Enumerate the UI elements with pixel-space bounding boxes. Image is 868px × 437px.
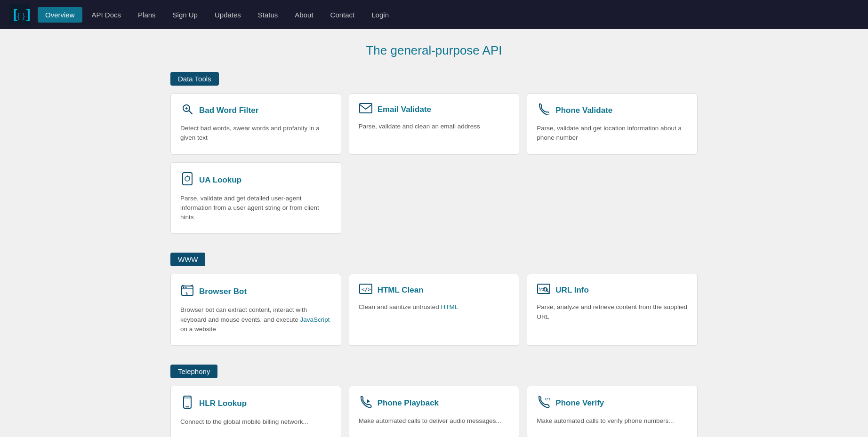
svg-point-16	[185, 287, 187, 288]
card-email-validate[interactable]: Email Validate Parse, validate and clean…	[349, 93, 520, 155]
nav-item-login[interactable]: Login	[364, 7, 396, 23]
cards-grid-data-tools: Bad Word Filter Detect bad words, swear …	[170, 93, 698, 234]
main-content: The general-purpose API Data Tools Bad W…	[152, 29, 716, 437]
card-header-hlr-lookup: HLR Lookup	[180, 396, 331, 412]
card-header-phone-playback: Phone Playback	[359, 396, 510, 411]
card-phone-validate[interactable]: Phone Validate Parse, validate and get l…	[527, 93, 698, 155]
card-desc-email-validate: Parse, validate and clean an email addre…	[359, 122, 510, 131]
section-www: WWW Browser Bot	[170, 253, 698, 346]
card-header-url-info: http:// URL Info	[537, 284, 688, 297]
phone-validate-icon	[537, 103, 551, 118]
bad-word-filter-icon	[180, 103, 194, 118]
card-bad-word-filter[interactable]: Bad Word Filter Detect bad words, swear …	[170, 93, 341, 155]
card-ua-lookup[interactable]: UA Lookup Parse, validate and get detail…	[170, 162, 341, 234]
page-title: The general-purpose API	[170, 43, 698, 58]
email-validate-icon	[359, 103, 373, 116]
card-title-url-info: URL Info	[555, 286, 589, 295]
card-hlr-lookup[interactable]: HLR Lookup Connect to the global mobile …	[170, 386, 341, 437]
url-info-icon: http://	[537, 284, 551, 297]
nav-item-status[interactable]: Status	[250, 7, 286, 23]
card-desc-phone-verify: Make automated calls to verify phone num…	[537, 416, 688, 426]
svg-rect-8	[360, 103, 372, 113]
card-url-info[interactable]: http:// URL Info Parse, analyze and retr…	[527, 274, 698, 346]
card-desc-ua-lookup: Parse, validate and get detailed user-ag…	[180, 194, 331, 222]
card-phone-playback[interactable]: Phone Playback Make automated calls to d…	[349, 386, 520, 437]
cards-grid-telephony: HLR Lookup Connect to the global mobile …	[170, 386, 698, 437]
svg-text:</>: </>	[362, 286, 371, 293]
section-label-www: WWW	[170, 253, 205, 266]
card-desc-phone-validate: Parse, validate and get location informa…	[537, 124, 688, 143]
card-title-phone-verify: Phone Verify	[555, 398, 604, 408]
card-title-browser-bot: Browser Bot	[199, 287, 247, 296]
card-header-phone-verify: 123 Phone Verify	[537, 396, 688, 411]
html-clean-icon: </>	[359, 284, 373, 297]
svg-line-12	[189, 176, 190, 177]
nav-item-api-docs[interactable]: API Docs	[84, 7, 129, 23]
card-title-bad-word-filter: Bad Word Filter	[199, 106, 258, 115]
card-title-phone-playback: Phone Playback	[378, 398, 439, 408]
card-desc-html-clean: Clean and sanitize untrusted HTML	[359, 302, 510, 312]
phone-playback-icon	[359, 396, 373, 411]
card-title-ua-lookup: UA Lookup	[199, 175, 241, 185]
card-header-email-validate: Email Validate	[359, 103, 510, 116]
ua-lookup-icon	[180, 172, 194, 188]
card-title-hlr-lookup: HLR Lookup	[199, 399, 247, 408]
card-desc-url-info: Parse, analyze and retrieve content from…	[537, 302, 688, 322]
card-header-bad-word-filter: Bad Word Filter	[180, 103, 331, 118]
section-telephony: Telephony HLR Lookup Connect to the glob…	[170, 365, 698, 437]
svg-point-15	[183, 287, 185, 288]
card-title-phone-validate: Phone Validate	[555, 106, 612, 115]
nav-item-about[interactable]: About	[287, 7, 321, 23]
phone-verify-icon: 123	[537, 396, 551, 411]
cards-grid-www: Browser Bot Browser bot can extract cont…	[170, 274, 698, 346]
section-label-data-tools: Data Tools	[170, 72, 219, 86]
nav-item-overview[interactable]: Overview	[38, 7, 82, 23]
card-browser-bot[interactable]: Browser Bot Browser bot can extract cont…	[170, 274, 341, 346]
card-header-ua-lookup: UA Lookup	[180, 172, 331, 188]
nav-items: Overview API Docs Plans Sign Up Updates …	[38, 7, 396, 23]
card-html-clean[interactable]: </> HTML Clean Clean and sanitize untrus…	[349, 274, 520, 346]
navbar: [ {} ] Overview API Docs Plans Sign Up U…	[0, 0, 868, 29]
card-phone-verify[interactable]: 123 Phone Verify Make automated calls to…	[527, 386, 698, 437]
nav-item-plans[interactable]: Plans	[130, 7, 163, 23]
svg-line-5	[189, 111, 193, 114]
card-desc-hlr-lookup: Connect to the global mobile billing net…	[180, 417, 331, 427]
nav-item-contact[interactable]: Contact	[323, 7, 362, 23]
logo-icon: [ {} ]	[9, 4, 30, 25]
browser-bot-icon	[180, 284, 194, 300]
card-header-browser-bot: Browser Bot	[180, 284, 331, 300]
hlr-lookup-icon	[180, 396, 194, 412]
nav-item-updates[interactable]: Updates	[207, 7, 249, 23]
svg-text:123: 123	[544, 397, 550, 401]
svg-rect-9	[183, 173, 192, 185]
card-desc-browser-bot: Browser bot can extract content, interac…	[180, 305, 331, 334]
card-title-html-clean: HTML Clean	[378, 286, 424, 295]
card-header-phone-validate: Phone Validate	[537, 103, 688, 118]
card-desc-bad-word-filter: Detect bad words, swear words and profan…	[180, 124, 331, 143]
nav-item-sign-up[interactable]: Sign Up	[165, 7, 205, 23]
card-desc-phone-playback: Make automated calls to deliver audio me…	[359, 416, 510, 426]
card-header-html-clean: </> HTML Clean	[359, 284, 510, 297]
section-data-tools: Data Tools Bad Word Filter Detect bad wo…	[170, 72, 698, 234]
card-title-email-validate: Email Validate	[378, 105, 431, 114]
svg-text:]: ]	[24, 7, 30, 23]
section-label-telephony: Telephony	[170, 365, 217, 378]
